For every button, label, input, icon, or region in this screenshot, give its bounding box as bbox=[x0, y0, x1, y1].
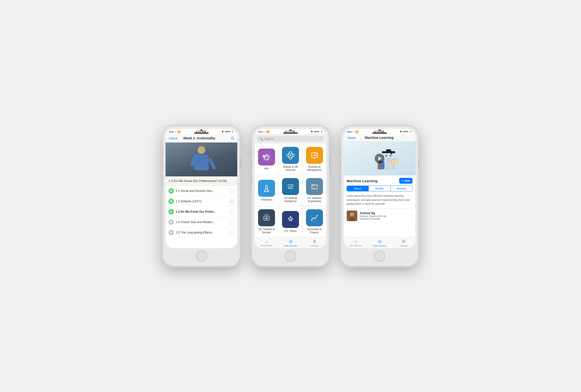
download-4[interactable]: ↓ bbox=[229, 219, 234, 225]
cs-ai-label: CS: Artificial Intelligence bbox=[280, 196, 302, 203]
nav-bar-3: ‹ Back Machine Learning bbox=[344, 134, 416, 142]
gear-icon-2: ⚙ bbox=[312, 239, 316, 244]
play-overlay[interactable] bbox=[375, 154, 384, 163]
category-cs-sw[interactable]: CS: Software Engineering bbox=[302, 175, 326, 206]
bio-label: Biology & Life Sciences bbox=[280, 165, 302, 172]
signal-2: ●●●○○ bbox=[258, 130, 265, 133]
lesson-item-5[interactable]: 1.5 The Long-lasting Effects... ↓ bbox=[166, 227, 237, 238]
tab-my-courses-3[interactable]: ⌂ My Courses bbox=[344, 237, 368, 248]
svg-point-49 bbox=[264, 218, 265, 219]
download-nav-icon[interactable]: ⊙ bbox=[231, 135, 234, 141]
search-container[interactable]: 🔍 Search bbox=[257, 136, 324, 142]
side-button-silent-3[interactable] bbox=[340, 150, 341, 157]
home-button-2[interactable] bbox=[285, 250, 296, 262]
tab-my-courses-2[interactable]: ⌂ My Courses bbox=[255, 237, 279, 248]
side-button-vol-up-2[interactable] bbox=[251, 160, 252, 172]
download-1[interactable]: ↓ bbox=[229, 188, 234, 194]
battery-1: 100% bbox=[225, 130, 230, 133]
play-button-5[interactable] bbox=[168, 230, 174, 235]
category-cs-ai[interactable]: CS: Artificial Intelligence bbox=[279, 175, 302, 206]
play-button-3[interactable] bbox=[168, 209, 174, 214]
svg-point-30 bbox=[266, 190, 268, 191]
instructor-avatar bbox=[347, 211, 357, 221]
segment-details[interactable]: Details bbox=[369, 186, 390, 191]
lesson-title-4: 1.4 Choice Sets and Relativi... bbox=[176, 220, 227, 224]
tab-settings-2[interactable]: ⚙ Settings bbox=[302, 237, 326, 248]
battery-icon-2: 🔋 bbox=[320, 130, 323, 133]
side-button-vol-down[interactable] bbox=[162, 175, 163, 187]
wifi-icon: 🛜 bbox=[177, 130, 180, 133]
phones-container: ●●●○○ 🛜 4:21 PM ✱ 100% 🔋 ‹ Back Week 1: … bbox=[163, 126, 418, 266]
phone-3: ●●●○○ 🛜 4:21 PM ✱ 100% 🔋 ‹ Back Machine … bbox=[341, 126, 418, 266]
lesson-item-3[interactable]: 1.3 Do We Know Our Prefer... ↓ bbox=[166, 207, 237, 217]
side-button-vol-up-3[interactable] bbox=[340, 160, 341, 172]
svg-point-54 bbox=[267, 218, 268, 219]
side-button-vol-down-3[interactable] bbox=[340, 175, 341, 187]
instructor-org: Stanford University bbox=[360, 218, 409, 220]
category-econ[interactable]: Economics & Finance bbox=[302, 206, 326, 237]
side-button-vol-up[interactable] bbox=[162, 160, 163, 172]
search-tab-icon-3: ⊙ bbox=[378, 239, 382, 244]
svg-point-55 bbox=[268, 218, 268, 219]
instructor-title: Director, Stanford AI Lab bbox=[360, 215, 409, 218]
tab-find-label-2: Find Courses bbox=[284, 245, 297, 247]
svg-point-31 bbox=[268, 189, 268, 190]
tab-bar-2: ⌂ My Courses ⊙ Find Courses ⚙ Settings bbox=[255, 237, 326, 248]
instructor-row[interactable]: Andrew Ng Director, Stanford AI Lab Stan… bbox=[347, 208, 412, 223]
side-button-silent[interactable] bbox=[162, 150, 163, 157]
tab-settings-3[interactable]: ⚙ Settings bbox=[392, 237, 416, 248]
download-3[interactable]: ↓ bbox=[229, 209, 234, 214]
screen-2: ●●●○○ 🛜 4:21 PM ✱ 100% 🔋 🔍 Search bbox=[255, 129, 326, 248]
svg-point-93 bbox=[350, 212, 354, 217]
svg-point-70 bbox=[314, 218, 316, 219]
svg-point-48 bbox=[264, 218, 264, 219]
lesson-item-1[interactable]: 1.1 Visual and Decision Illus... ↓ bbox=[166, 186, 237, 196]
bio-icon bbox=[286, 150, 295, 160]
segment-related[interactable]: Related bbox=[391, 186, 412, 191]
lesson-item-2[interactable]: 1.2 Defaults (19:57) ⊟ bbox=[166, 196, 237, 207]
category-cs-sec[interactable]: CS: Systems & Security bbox=[255, 206, 278, 237]
tab-find-courses-2[interactable]: ⊙ Find Courses bbox=[279, 237, 302, 248]
tab-find-courses-3[interactable]: ⊙ Find Courses bbox=[368, 237, 392, 248]
biz-icon bbox=[310, 150, 319, 160]
side-button-power[interactable] bbox=[240, 157, 241, 169]
side-button-power-3[interactable] bbox=[418, 157, 419, 169]
signal-3: ●●●○○ bbox=[347, 130, 354, 133]
segment-bar: About Details Related bbox=[347, 186, 412, 191]
download-2[interactable]: ⊟ bbox=[229, 199, 234, 204]
home-button-1[interactable] bbox=[196, 250, 207, 262]
category-chemistry[interactable]: Chemistry bbox=[255, 175, 278, 206]
course-hero[interactable] bbox=[344, 142, 416, 175]
tab-bar-3: ⌂ My Courses ⊙ Find Courses ⚙ Settings bbox=[344, 237, 416, 248]
search-tab-icon-2: ⊙ bbox=[289, 239, 292, 244]
segment-about[interactable]: About bbox=[347, 186, 369, 191]
play-button-2[interactable] bbox=[168, 199, 174, 204]
svg-point-10 bbox=[290, 155, 291, 156]
side-button-silent-2[interactable] bbox=[251, 150, 252, 157]
category-arts[interactable]: Arts bbox=[255, 144, 278, 175]
download-5[interactable]: ↓ bbox=[229, 230, 234, 235]
join-button[interactable]: + Join bbox=[399, 178, 412, 184]
video-thumbnail[interactable] bbox=[166, 142, 237, 176]
svg-point-51 bbox=[265, 218, 266, 219]
screen-3: ●●●○○ 🛜 4:21 PM ✱ 100% 🔋 ‹ Back Machine … bbox=[344, 129, 416, 248]
camera bbox=[200, 129, 202, 131]
side-button-power-2[interactable] bbox=[329, 157, 330, 169]
svg-point-2 bbox=[265, 156, 266, 157]
svg-point-83 bbox=[386, 155, 387, 156]
phone-2: ●●●○○ 🛜 4:21 PM ✱ 100% 🔋 🔍 Search bbox=[252, 126, 329, 266]
category-cs-theory[interactable]: CS: Theory bbox=[279, 206, 302, 237]
category-grid: Arts Biology & Life Sciences bbox=[255, 144, 326, 237]
lesson-item-4[interactable]: 1.4 Choice Sets and Relativi... ↓ bbox=[166, 217, 237, 227]
side-button-vol-down-2[interactable] bbox=[251, 175, 252, 187]
home-button-3[interactable] bbox=[374, 250, 386, 262]
tab-settings-label-3: Settings bbox=[400, 245, 408, 247]
svg-point-52 bbox=[266, 218, 266, 219]
category-business[interactable]: Business & Management bbox=[302, 144, 326, 175]
cs-sw-icon bbox=[310, 182, 319, 191]
play-button-4[interactable] bbox=[168, 219, 174, 225]
svg-point-29 bbox=[265, 190, 266, 191]
lesson-title-5: 1.5 The Long-lasting Effects... bbox=[176, 231, 227, 234]
play-button-1[interactable] bbox=[168, 188, 174, 194]
category-biology[interactable]: Biology & Life Sciences bbox=[279, 144, 302, 175]
